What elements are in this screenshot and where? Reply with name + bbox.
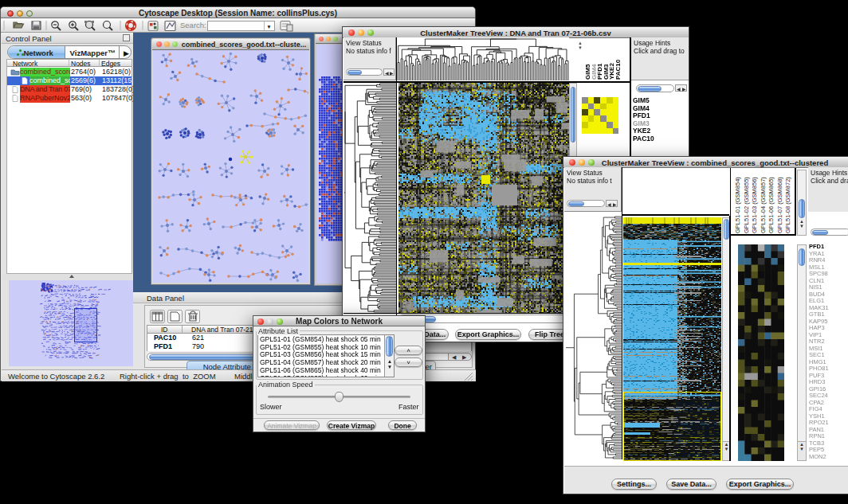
svg-text:Search:: Search: <box>180 21 206 29</box>
